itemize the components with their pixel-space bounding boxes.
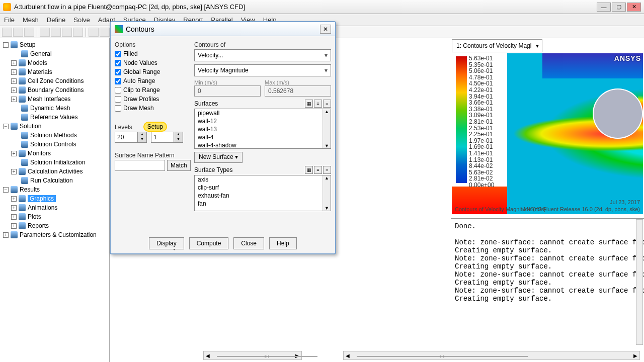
- close-dialog-button[interactable]: Close: [233, 237, 264, 249]
- tree-item[interactable]: Models: [28, 59, 47, 66]
- list-item[interactable]: axis: [195, 175, 331, 184]
- list-item[interactable]: clip-surf: [195, 184, 331, 192]
- tree-item[interactable]: General: [30, 50, 52, 57]
- tree-item[interactable]: Materials: [28, 68, 52, 75]
- tree-item[interactable]: Solution Controls: [30, 141, 76, 148]
- expand-icon[interactable]: +: [3, 232, 9, 238]
- list-item[interactable]: wall-4-shadow: [195, 141, 331, 149]
- tree-item[interactable]: Reference Values: [30, 114, 78, 121]
- toolbar-button[interactable]: [24, 28, 34, 37]
- surface-types-listbox[interactable]: axis clip-surf exhaust-fan fan: [194, 175, 331, 211]
- toolbar-button[interactable]: [40, 28, 50, 37]
- display-dropdown[interactable]: 1: Contours of Velocity Magi: [452, 39, 542, 52]
- tree-item[interactable]: Solution Initialization: [30, 159, 85, 166]
- toolbar-button[interactable]: [51, 28, 61, 37]
- chk-draw-mesh[interactable]: Draw Mesh: [115, 104, 190, 113]
- chk-filled[interactable]: Filled: [115, 49, 190, 58]
- toolbar-button[interactable]: [73, 28, 83, 37]
- menu-mesh[interactable]: Mesh: [23, 16, 39, 24]
- display-button[interactable]: Display: [149, 237, 184, 249]
- menu-define[interactable]: Define: [47, 16, 66, 24]
- listbox-scrollbar[interactable]: [323, 109, 331, 148]
- compute-button[interactable]: Compute: [189, 237, 229, 249]
- surfaces-clear[interactable]: ≡: [314, 100, 322, 108]
- tree-params[interactable]: Parameters & Customization: [20, 231, 97, 238]
- expand-icon[interactable]: +: [11, 87, 17, 93]
- menu-solve[interactable]: Solve: [73, 16, 90, 24]
- list-item[interactable]: pipewall: [195, 109, 331, 117]
- console-hscrollbar[interactable]: ◀III▶: [343, 351, 640, 360]
- chk-draw-profiles[interactable]: Draw Profiles: [115, 95, 190, 104]
- expand-icon[interactable]: +: [11, 169, 17, 174]
- tree-item[interactable]: Dynamic Mesh: [30, 105, 70, 112]
- expand-icon[interactable]: +: [11, 205, 17, 211]
- tree-item[interactable]: Calculation Activities: [28, 168, 83, 175]
- toolbar-button[interactable]: [62, 28, 72, 37]
- pattern-input[interactable]: [115, 160, 165, 171]
- list-item[interactable]: wall-12: [195, 117, 331, 125]
- text-console[interactable]: Done. Note: zone-surface: cannot create …: [451, 218, 644, 349]
- tree-solution[interactable]: Solution: [20, 123, 41, 130]
- contours-category-combo[interactable]: Velocity...: [194, 49, 331, 61]
- chk-global-range[interactable]: Global Range: [115, 67, 190, 76]
- listbox-scrollbar[interactable]: [323, 175, 331, 211]
- graphics-viewport[interactable]: ANSYS 5.63e-015.35e-015.06e-014.78e-014.…: [452, 53, 643, 214]
- list-item[interactable]: wall-13: [195, 125, 331, 133]
- chk-auto-range[interactable]: Auto Range: [115, 76, 190, 85]
- toolbar-button[interactable]: [2, 28, 12, 37]
- surfaces-selectall[interactable]: ▦: [305, 100, 313, 108]
- expand-icon[interactable]: +: [11, 196, 17, 202]
- tree-item[interactable]: Boundary Conditions: [28, 86, 84, 94]
- toolbar-button[interactable]: [89, 28, 99, 37]
- tree-item[interactable]: Run Calculation: [30, 177, 73, 184]
- types-selectall[interactable]: ▦: [305, 166, 313, 174]
- expand-icon[interactable]: +: [11, 69, 17, 75]
- new-surface-button[interactable]: New Surface ▾: [194, 152, 243, 163]
- outline-tree[interactable]: −Setup General +Models +Materials +Cell …: [0, 38, 110, 362]
- collapse-icon[interactable]: −: [3, 42, 9, 48]
- types-toggle[interactable]: =: [323, 166, 331, 174]
- collapse-icon[interactable]: −: [3, 187, 9, 193]
- min-input[interactable]: [194, 85, 261, 97]
- dialog-close-button[interactable]: ✕: [320, 25, 331, 34]
- expand-icon[interactable]: +: [11, 78, 17, 84]
- surfaces-toggle[interactable]: =: [323, 100, 331, 108]
- tree-graphics[interactable]: Graphics: [28, 195, 56, 202]
- expand-icon[interactable]: +: [11, 214, 17, 220]
- match-button[interactable]: Match: [167, 160, 191, 171]
- tree-item[interactable]: Plots: [28, 213, 41, 220]
- tree-item[interactable]: Solution Methods: [30, 132, 77, 139]
- expand-icon[interactable]: +: [11, 97, 17, 102]
- tree-setup[interactable]: Setup: [20, 41, 35, 48]
- tree-item[interactable]: Monitors: [28, 150, 51, 157]
- list-item[interactable]: fan: [195, 200, 331, 208]
- expand-icon[interactable]: +: [11, 223, 17, 229]
- panel-hscrollbar[interactable]: ◀III▶: [203, 351, 302, 360]
- expand-icon[interactable]: +: [11, 151, 17, 156]
- toolbar-button[interactable]: [100, 28, 110, 37]
- collapse-icon[interactable]: −: [3, 124, 9, 129]
- levels-spinner[interactable]: ▲▼: [115, 132, 147, 143]
- contours-variable-combo[interactable]: Velocity Magnitude: [194, 64, 331, 76]
- chk-clip-range[interactable]: Clip to Range: [115, 85, 190, 95]
- tree-item[interactable]: Animations: [28, 204, 57, 211]
- maximize-button[interactable]: ▢: [612, 3, 626, 12]
- tree-results[interactable]: Results: [20, 186, 40, 193]
- help-button[interactable]: Help: [269, 237, 297, 249]
- toolbar-button[interactable]: [13, 28, 23, 37]
- close-button[interactable]: ✕: [627, 3, 641, 12]
- tree-item[interactable]: Reports: [28, 222, 49, 229]
- menu-file[interactable]: File: [4, 16, 15, 24]
- minimize-button[interactable]: —: [597, 3, 611, 12]
- chk-node-values[interactable]: Node Values: [115, 58, 190, 67]
- console-scrollbar[interactable]: [636, 219, 643, 345]
- types-clear[interactable]: ≡: [314, 166, 322, 174]
- max-input[interactable]: [265, 85, 331, 97]
- tree-item[interactable]: Cell Zone Conditions: [28, 77, 84, 84]
- surfaces-listbox[interactable]: pipewall wall-12 wall-13 wall-4 wall-4-s…: [194, 109, 331, 149]
- list-item[interactable]: exhaust-fan: [195, 192, 331, 200]
- tree-item[interactable]: Mesh Interfaces: [28, 96, 70, 103]
- expand-icon[interactable]: +: [11, 60, 17, 66]
- setup-spinner[interactable]: ▲▼: [151, 132, 183, 143]
- list-item[interactable]: wall-4: [195, 133, 331, 141]
